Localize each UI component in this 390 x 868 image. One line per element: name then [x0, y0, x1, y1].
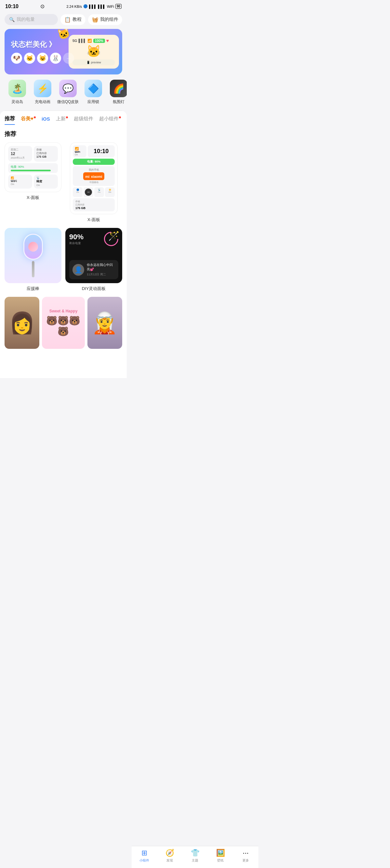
tabs-section: 推荐 谷美♥ iOS 上新 超级组件 超小组件 [0, 111, 127, 125]
heart-icon: ♥ [106, 38, 109, 43]
diy-percent: 90% [69, 233, 84, 241]
avatar-3: 😺 [37, 53, 48, 64]
tutorial-icon: 📋 [64, 17, 71, 23]
tab-super[interactable]: 超级组件 [74, 116, 93, 125]
recommend-title: 推荐 [5, 130, 122, 138]
xp1-storage-cell: 存储 已用内容 175 GB [34, 146, 58, 162]
cheer-preview [5, 228, 61, 283]
chongdian-label: 充电动画 [35, 99, 51, 105]
diy-date-text: 11月12日 周二 [87, 272, 115, 277]
diy-avatar: 👤 [72, 264, 84, 276]
category-wechat[interactable]: 💬 微信QQ皮肤 [55, 79, 80, 106]
diy-msg-row: 👤 你永远在我心中闪亮💕 11月12日 周二 [69, 260, 118, 279]
xpanel1-preview: 星期二 12 2024年11月 存储 已用内容 175 GB 电量: 90% [5, 143, 61, 192]
search-icon: 🔍 [9, 17, 14, 22]
banner-left: 状态栏美化 》 🐶 🐱 😺 🐰 ··· [5, 34, 80, 69]
section-content: 推荐 星期二 12 2024年11月 存储 已用内容 175 GB [0, 125, 127, 378]
image-cards-row: 👩 Sweet & Happy 🐻🐻🐻🐻 🧝 [5, 297, 122, 349]
category-lingdong[interactable]: 🏝️ 灵动岛 [5, 79, 30, 106]
applock-icon-box: 🔷 [85, 80, 102, 97]
xp2-time-cell: 10:10 [88, 145, 115, 157]
ambient-icon-box: 🌈 [110, 80, 127, 97]
diy-remain: 剩余电量 [69, 241, 84, 245]
widget-diy[interactable]: 90% 剩余电量 👤 你永远在我心中闪亮💕 11月12日 周二 🪄 DIY灵动面… [65, 228, 122, 291]
tab-new[interactable]: 上新 [56, 116, 68, 125]
avatar-more: ··· [63, 53, 74, 64]
search-box[interactable]: 🔍 我的电量 [5, 14, 58, 25]
category-applock[interactable]: 🔷 应用锁 [80, 79, 106, 106]
cheer-name: 应援棒 [27, 286, 39, 291]
widget-xpanel2[interactable]: 📶 WiFi On 10:10 电量: 90% 我的手机 mi xiaomi 中… [65, 143, 122, 223]
signal-icon: ▌▌▌ [89, 5, 97, 8]
battery-preview: 100% [93, 39, 105, 43]
search-placeholder: 我的电量 [17, 17, 35, 23]
wechat-label: 微信QQ皮肤 [57, 99, 79, 105]
xp2-storage-cell: 存储 已用内容 175 GB [73, 198, 115, 211]
diy-name: DIY灵动面板 [82, 286, 106, 291]
xp2-android-cell: 14 [84, 187, 93, 197]
tab-ios[interactable]: iOS [42, 116, 50, 124]
lingdong-label: 灵动岛 [11, 99, 23, 105]
xp2-wifi-cell: 📶 WiFi On [73, 145, 87, 157]
cheer-stick-visual [23, 234, 43, 277]
signal2-icon: ▌▌▌ [98, 5, 105, 8]
banner[interactable]: 状态栏美化 》 🐶 🐱 😺 🐰 ··· 5G ▌▌▌ 📶 100% ♥ 🐱 📱 … [5, 29, 122, 74]
bag-icon: 🧺 [92, 17, 98, 23]
ambient-label: 氛围灯 [113, 99, 125, 105]
category-chongdian[interactable]: ⚡ 充电动画 [30, 79, 55, 106]
xp2-bt-cell: 🔵 On [73, 187, 83, 197]
widget-xpanel1[interactable]: 星期二 12 2024年11月 存储 已用内容 175 GB 电量: 90% [5, 143, 61, 223]
img-card-anime[interactable]: 🧝 [88, 297, 122, 349]
tiktok-icon: ⊙ [40, 3, 44, 9]
img-card-person[interactable]: 👩 [5, 297, 39, 349]
tab-mini[interactable]: 超小组件 [99, 116, 121, 125]
status-icons: 2.24 KB/s 🔵 ▌▌▌ ▌▌▌ WiFi 90 [66, 4, 122, 9]
diy-lightstick-icon: 🪄 [108, 230, 120, 241]
wifi-icon: WiFi [107, 5, 114, 8]
diy-msg-text: 你永远在我心中闪亮💕 [87, 263, 115, 272]
person-photo: 👩 [9, 311, 35, 335]
xpanel2-name: X-面板 [88, 217, 100, 223]
avatar-2: 🐱 [24, 53, 35, 64]
bluetooth-icon: 🔵 [83, 4, 88, 8]
xp2-battery-banner: 电量: 90% [73, 159, 115, 165]
status-bar: 10:10 ⊙ 2.24 KB/s 🔵 ▌▌▌ ▌▌▌ WiFi 90 [0, 0, 127, 11]
top-bar: 🔍 我的电量 📋 教程 🧺 我的组件 [0, 11, 127, 29]
my-widgets-button[interactable]: 🧺 我的组件 [88, 14, 122, 25]
xp2-bright-cell: ☀️ 0% [105, 187, 115, 197]
battery-icon: 90 [116, 4, 122, 9]
avatar-1: 🐶 [11, 53, 22, 64]
wifi-preview-icon: 📶 [88, 39, 92, 43]
tab-gumei[interactable]: 谷美♥ [21, 116, 36, 125]
img-card-sweet[interactable]: Sweet & Happy 🐻🐻🐻🐻 [42, 297, 85, 349]
status-time: 10:10 [5, 4, 19, 9]
banner-avatars: 🐶 🐱 😺 🐰 ··· [11, 53, 74, 64]
xp2-cell-cell: 📡 On [94, 187, 104, 197]
avatar-4: 🐰 [50, 53, 61, 64]
lingdong-icon-box: 🏝️ [8, 80, 26, 97]
widget-cheer[interactable]: 应援棒 [5, 228, 61, 291]
wechat-icon-box: 💬 [59, 80, 77, 97]
xp1-cell-cell: 📡 蜂窝 On [34, 175, 58, 189]
xp1-wifi-cell: 📶 WiFi On [8, 175, 32, 189]
sweet-title: Sweet & Happy [50, 309, 78, 313]
xp2-phone-cell: 我的手机 mi xiaomi 中国移动 [73, 166, 115, 186]
chongdian-icon-box: ⚡ [34, 80, 51, 97]
tabs-row: 推荐 谷美♥ iOS 上新 超级组件 超小组件 [5, 116, 122, 125]
speed-text: 2.24 KB/s [66, 5, 82, 8]
anime-character: 🧝 [92, 311, 118, 335]
widget-row-2: 应援棒 90% 剩余电量 👤 你永远在我心中闪亮💕 11 [5, 228, 122, 291]
categories-row: 🏝️ 灵动岛 ⚡ 充电动画 💬 微信QQ皮肤 🔷 应用锁 🌈 氛围灯 [0, 79, 127, 111]
sweet-bears: 🐻🐻🐻🐻 [46, 315, 80, 337]
tutorial-button[interactable]: 📋 教程 [60, 14, 86, 25]
tab-recommend[interactable]: 推荐 [5, 116, 15, 125]
banner-title: 状态栏美化 》 [11, 40, 74, 50]
diy-preview: 90% 剩余电量 👤 你永远在我心中闪亮💕 11月12日 周二 🪄 [65, 228, 122, 283]
xp1-date-cell: 星期二 12 2024年11月 [8, 146, 32, 162]
xpanel2-preview: 📶 WiFi On 10:10 电量: 90% 我的手机 mi xiaomi 中… [70, 143, 118, 214]
widget-row-1: 星期二 12 2024年11月 存储 已用内容 175 GB 电量: 90% [5, 143, 122, 223]
xp1-battery-row: 电量: 90% [8, 163, 58, 173]
category-ambient[interactable]: 🌈 氛围灯 [106, 79, 127, 106]
xpanel1-name: X-面板 [27, 195, 39, 200]
applock-label: 应用锁 [88, 99, 99, 105]
